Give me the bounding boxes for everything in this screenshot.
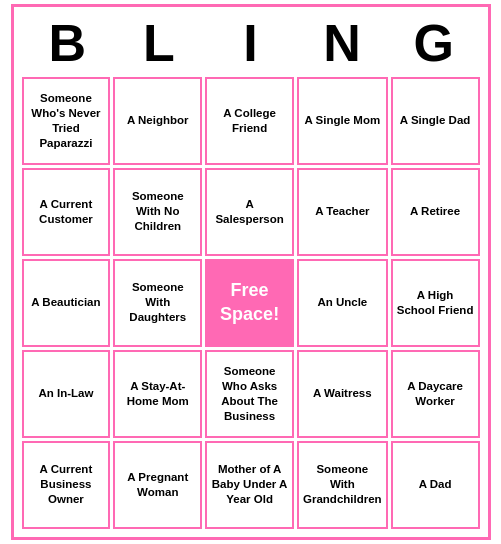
- bingo-cell-12[interactable]: Free Space!: [205, 259, 294, 347]
- bingo-cell-7[interactable]: A Salesperson: [205, 168, 294, 256]
- bingo-cell-24[interactable]: A Dad: [391, 441, 480, 529]
- bingo-letter-l: L: [113, 15, 205, 72]
- bingo-cell-15[interactable]: An In-Law: [22, 350, 111, 438]
- bingo-cell-3[interactable]: A Single Mom: [297, 77, 388, 165]
- bingo-letter-i: I: [205, 15, 297, 72]
- bingo-cell-23[interactable]: Someone With Grandchildren: [297, 441, 388, 529]
- bingo-cell-19[interactable]: A Daycare Worker: [391, 350, 480, 438]
- bingo-letter-n: N: [296, 15, 388, 72]
- bingo-cell-14[interactable]: A High School Friend: [391, 259, 480, 347]
- bingo-grid: Someone Who's Never Tried PaparazziA Nei…: [22, 77, 480, 529]
- bingo-card: BLING Someone Who's Never Tried Paparazz…: [11, 4, 491, 539]
- bingo-cell-22[interactable]: Mother of A Baby Under A Year Old: [205, 441, 294, 529]
- bingo-letter-b: B: [22, 15, 114, 72]
- bingo-cell-4[interactable]: A Single Dad: [391, 77, 480, 165]
- bingo-cell-18[interactable]: A Waitress: [297, 350, 388, 438]
- bingo-cell-0[interactable]: Someone Who's Never Tried Paparazzi: [22, 77, 111, 165]
- bingo-cell-11[interactable]: Someone With Daughters: [113, 259, 202, 347]
- bingo-letter-g: G: [388, 15, 480, 72]
- bingo-cell-20[interactable]: A Current Business Owner: [22, 441, 111, 529]
- bingo-cell-16[interactable]: A Stay-At-Home Mom: [113, 350, 202, 438]
- bingo-cell-13[interactable]: An Uncle: [297, 259, 388, 347]
- bingo-cell-9[interactable]: A Retiree: [391, 168, 480, 256]
- bingo-cell-21[interactable]: A Pregnant Woman: [113, 441, 202, 529]
- bingo-cell-2[interactable]: A College Friend: [205, 77, 294, 165]
- bingo-cell-17[interactable]: Someone Who Asks About The Business: [205, 350, 294, 438]
- bingo-header: BLING: [22, 15, 480, 72]
- bingo-cell-5[interactable]: A Current Customer: [22, 168, 111, 256]
- bingo-cell-1[interactable]: A Neighbor: [113, 77, 202, 165]
- bingo-cell-6[interactable]: Someone With No Children: [113, 168, 202, 256]
- bingo-cell-8[interactable]: A Teacher: [297, 168, 388, 256]
- bingo-cell-10[interactable]: A Beautician: [22, 259, 111, 347]
